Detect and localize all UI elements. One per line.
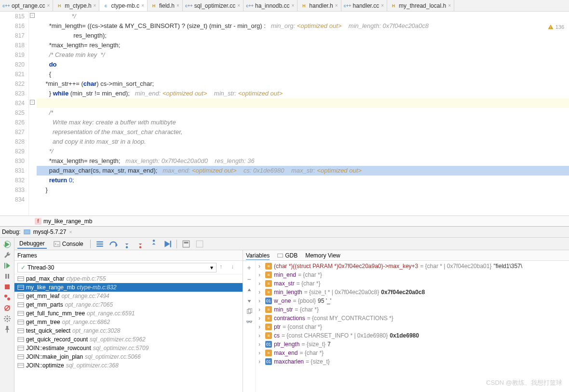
close-icon[interactable]: ×: [94, 3, 96, 8]
code-line[interactable]: *max_length= res_length;: [37, 41, 569, 50]
code-line[interactable]: [37, 98, 569, 108]
stack-frame[interactable]: get_quick_record_count sql_optimizer.cc:…: [14, 335, 243, 344]
mute-icon[interactable]: [3, 304, 11, 312]
variable-row[interactable]: ›≡cs = {const CHARSET_INFO * | 0x1de6980…: [257, 331, 568, 340]
code-line[interactable]: *min_length= ((cs->state & MY_CS_BINSORT…: [37, 21, 569, 31]
breakpoints-icon[interactable]: [3, 294, 11, 301]
file-tab[interactable]: c++handler.cc×: [341, 0, 388, 11]
warning-badge[interactable]: 136: [548, 24, 564, 30]
code-line[interactable]: */: [37, 147, 569, 156]
variable-row[interactable]: ›≡min_length = {size_t * | 0x7f04ec20a0c…: [257, 288, 568, 297]
variable-row[interactable]: ›≡max_end = {char *}: [257, 349, 568, 357]
stack-frame[interactable]: JOIN::optimize sql_optimizer.cc:368: [14, 361, 243, 370]
close-icon[interactable]: ×: [47, 3, 50, 8]
code-line[interactable]: */: [37, 12, 569, 21]
close-icon[interactable]: ×: [69, 230, 72, 235]
add-watch-icon[interactable]: +: [247, 264, 251, 271]
frame-list[interactable]: pad_max_char ctype-mb.c:755my_like_range…: [14, 274, 243, 392]
breadcrumb-fn[interactable]: my_like_range_mb: [43, 218, 92, 225]
variable-row[interactable]: ›01ptr_length = {size_t} 7: [257, 340, 568, 349]
pause-icon[interactable]: [3, 272, 11, 280]
pin-icon[interactable]: [3, 325, 11, 333]
debugger-tab[interactable]: Debugger: [17, 239, 47, 249]
variable-row[interactable]: ›≡min_str = {char *}: [257, 305, 568, 314]
code-line[interactable]: representation of the max_sort_char char…: [37, 127, 569, 137]
up-icon[interactable]: [246, 287, 253, 294]
code-line[interactable]: *min_str++= (char) cs->min_sort_char;: [37, 79, 569, 89]
expand-icon[interactable]: ›: [258, 271, 263, 278]
stack-frame[interactable]: JOIN::estimate_rowcount sql_optimizer.cc…: [14, 344, 243, 352]
resume-icon[interactable]: [3, 262, 11, 270]
stop-icon[interactable]: [3, 283, 11, 291]
show-exec-icon[interactable]: [95, 240, 104, 248]
expand-icon[interactable]: ›: [258, 341, 263, 348]
variable-row[interactable]: ›01w_one = {pbool} 95 '_': [257, 297, 568, 305]
close-icon[interactable]: ×: [381, 3, 384, 8]
stack-frame[interactable]: get_mm_leaf opt_range.cc:7494: [14, 292, 243, 300]
fold-marker[interactable]: −: [30, 100, 35, 105]
expand-icon[interactable]: ›: [258, 324, 263, 330]
code-line[interactable]: res_length);: [37, 31, 569, 41]
variable-row[interactable]: ›≡(char *)((struct PARAM *)0x7f04ec20a9a…: [257, 262, 568, 270]
file-tab[interactable]: c++sql_optimizer.cc×: [183, 0, 244, 11]
file-tab[interactable]: Hmy_thread_local.h×: [387, 0, 454, 11]
step-over-icon[interactable]: [109, 240, 118, 248]
close-icon[interactable]: ×: [141, 3, 144, 8]
wrench-icon[interactable]: [3, 251, 11, 259]
debug-project[interactable]: mysql-5.7.27: [33, 229, 67, 235]
fold-marker[interactable]: −: [30, 13, 35, 18]
close-icon[interactable]: ×: [448, 3, 451, 8]
variable-row[interactable]: ›≡min_end = {char *}: [257, 270, 568, 279]
expand-icon[interactable]: ›: [258, 263, 263, 270]
console-tab[interactable]: Console: [52, 240, 85, 248]
force-step-into-icon[interactable]: [136, 240, 145, 248]
settings-icon[interactable]: [3, 315, 11, 323]
expand-icon[interactable]: ›: [258, 297, 263, 304]
code-line[interactable]: and copy it into max_str in a loop.: [37, 137, 569, 147]
file-tab[interactable]: c++opt_range.cc×: [0, 0, 53, 11]
glasses-icon[interactable]: 👓: [246, 319, 253, 325]
stack-frame[interactable]: get_full_func_mm_tree opt_range.cc:6591: [14, 309, 243, 318]
thread-selector[interactable]: ✓ Thread-30 ▾: [17, 263, 217, 272]
close-icon[interactable]: ×: [291, 3, 294, 8]
variables-list[interactable]: ›≡(char *)((struct PARAM *)0x7f04ec20a9a…: [256, 261, 569, 392]
file-tab[interactable]: Hfield.h×: [148, 0, 183, 11]
file-tab[interactable]: cctype-mb.c×: [99, 0, 148, 11]
variable-row[interactable]: ›01maxcharlen = {size_t}: [257, 357, 568, 366]
close-icon[interactable]: ×: [176, 3, 179, 8]
code-line[interactable]: *max_length= res_length; max_length: 0x7…: [37, 156, 569, 166]
code-line[interactable]: /*: [37, 108, 569, 118]
expand-icon[interactable]: ›: [258, 280, 263, 287]
code-line[interactable]: /* Create min key */: [37, 50, 569, 60]
step-out-icon[interactable]: [149, 240, 158, 248]
variable-row[interactable]: ›≡max_str = {char *}: [257, 279, 568, 288]
code-line[interactable]: }: [37, 185, 569, 195]
close-icon[interactable]: ×: [335, 3, 338, 8]
step-into-icon[interactable]: [122, 240, 131, 248]
stack-frame[interactable]: my_like_range_mb ctype-mb.c:832: [14, 283, 243, 292]
run-to-cursor-icon[interactable]: [163, 240, 172, 248]
expand-icon[interactable]: ›: [258, 306, 263, 313]
expand-icon[interactable]: ›: [258, 315, 263, 322]
trace-icon[interactable]: [195, 240, 204, 248]
stack-frame[interactable]: JOIN::make_join_plan sql_optimizer.cc:50…: [14, 352, 243, 361]
down-icon[interactable]: [246, 297, 253, 304]
frame-down-icon[interactable]: ↓: [231, 263, 240, 272]
code-area[interactable]: */ *min_length= ((cs->state & MY_CS_BINS…: [37, 12, 569, 216]
code-line[interactable]: Write max key: create a buffer with mult…: [37, 118, 569, 127]
rerun-icon[interactable]: [3, 241, 11, 248]
frame-up-icon[interactable]: ↑: [219, 263, 228, 272]
remove-watch-icon[interactable]: −: [247, 275, 251, 283]
code-line[interactable]: do: [37, 60, 569, 69]
expand-icon[interactable]: ›: [258, 289, 263, 296]
copy-icon[interactable]: [246, 308, 253, 315]
expand-icon[interactable]: ›: [258, 350, 263, 356]
close-icon[interactable]: ×: [237, 3, 240, 8]
code-line[interactable]: return 0;: [37, 176, 569, 185]
stack-frame[interactable]: get_mm_tree opt_range.cc:6862: [14, 318, 243, 326]
evaluate-icon[interactable]: [182, 240, 190, 248]
code-line[interactable]: {: [37, 69, 569, 79]
memory-tab[interactable]: Memory View: [305, 252, 340, 259]
code-line[interactable]: pad_max_char(cs, max_str, max_end); max_…: [37, 166, 569, 176]
gdb-tab[interactable]: GDB: [277, 252, 298, 259]
